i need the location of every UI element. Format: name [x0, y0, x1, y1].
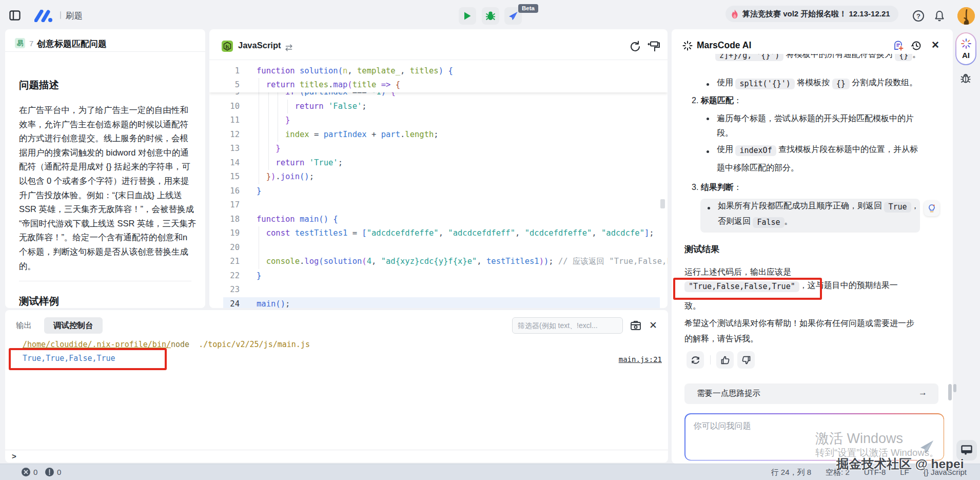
monitor-icon — [961, 445, 972, 455]
inline-code-chip: "True,False,False,True" — [684, 281, 799, 292]
regenerate-button[interactable] — [687, 351, 704, 369]
error-count[interactable]: 0 — [33, 468, 37, 476]
window-scrollbar-thumb[interactable] — [953, 384, 956, 392]
errors-icon — [22, 468, 30, 476]
language-switch-icon[interactable] — [284, 44, 293, 51]
ai-scrolled-row-clip: z]+}/g, '{}') 将模板中的所有通配符替换为 {}。 — [672, 54, 953, 67]
cursor-position[interactable]: 行 24，列 8 — [771, 468, 811, 477]
tab-debug-console[interactable]: 调试控制台 — [44, 317, 103, 334]
contest-banner[interactable]: 算法竞技赛 vol2 开始报名啦！ 12.13-12.21 — [726, 6, 898, 22]
ai-message-row: 遍历每个标题，尝试从标题的开头开始匹配模板中的片 — [717, 111, 953, 126]
console-filter-input[interactable] — [512, 317, 623, 334]
debug-dock-icon[interactable] — [960, 72, 971, 85]
code-line-14[interactable]: 14 return 'True'; — [209, 156, 668, 170]
nodejs-icon — [222, 41, 233, 52]
code-line-5[interactable]: 5 return titles.map(title => { — [209, 78, 668, 92]
paper-plane-icon — [508, 11, 518, 21]
history-icon[interactable] — [911, 40, 922, 51]
tab-output[interactable]: 输出 — [16, 320, 32, 331]
console-output-value: True,True,False,True — [23, 354, 115, 363]
code-line-19[interactable]: 19 const testTitles1 = ["adcdcefdfeffe",… — [209, 226, 668, 241]
bell-icon[interactable] — [933, 10, 946, 22]
ai-step-heading: 2. 标题匹配： — [692, 93, 948, 108]
divider — [19, 281, 191, 281]
code-line-1[interactable]: 1function solution(n, template_, titles)… — [209, 64, 668, 79]
problem-text-line: SSR 英雄，三天集齐无敌阵容！”，会被替换成 — [19, 202, 200, 217]
problem-text-line: 升广告投放体验。例如：“{末日血战} 上线送 — [19, 188, 200, 203]
ai-scrollbar-thumb[interactable] — [948, 384, 952, 400]
ai-message-row: 使用 split('{}') 将模板按 {} 分割成片段数组。 — [717, 78, 953, 89]
help-icon[interactable]: ? — [912, 10, 925, 22]
problem-text-line: 在广告平台中，为了给广告主一定的自由性和 — [19, 103, 200, 118]
language-label: JavaScript — [238, 41, 281, 50]
ai-message-row: 使用 indexOf 查找模板片段在标题中的位置，并从标 — [717, 144, 953, 156]
problem-text-line: 配符（通配符是用成对 {} 括起来的字符串，可 — [19, 160, 200, 174]
problem-number: 7 — [29, 39, 33, 48]
code-line-20[interactable]: 20 — [209, 241, 668, 255]
ai-dock-button[interactable]: AI — [955, 32, 976, 65]
reset-code-icon[interactable] — [629, 41, 641, 53]
code-line-21[interactable]: 21 console.log(solution(4, "ad{xyz}cdc{y… — [209, 255, 668, 269]
code-line-24[interactable]: 24main(); — [223, 297, 660, 309]
problem-text-line: 的。 — [19, 259, 200, 274]
thumbs-up-icon — [720, 355, 730, 365]
code-editor[interactable]: 9 if (partIndex === -1) {10 return 'Fals… — [209, 61, 668, 308]
insight-bulb-button[interactable] — [924, 201, 939, 216]
node-path-link[interactable]: /home/cloudide/.nix-profile/bin/ — [23, 340, 171, 349]
code-line-10[interactable]: 10 return 'False'; — [209, 100, 668, 114]
screenshot-console-icon[interactable] — [630, 320, 641, 331]
arrow-right-icon: → — [918, 388, 927, 398]
close-console-icon[interactable]: ✕ — [648, 320, 658, 331]
inline-code-chip: True — [884, 202, 911, 213]
code-line-15[interactable]: 15 }).join(); — [209, 170, 668, 184]
debug-button[interactable] — [482, 7, 499, 25]
user-avatar[interactable] — [957, 7, 975, 25]
thumbs-down-icon — [741, 355, 751, 365]
thumbs-down-button[interactable] — [737, 351, 755, 369]
console-command-line: /home/cloudide/.nix-profile/bin/node ./t… — [23, 340, 310, 349]
format-code-icon[interactable] — [647, 41, 660, 53]
warning-count[interactable]: 0 — [57, 468, 61, 476]
problem-header: 易 7 创意标题匹配问题 — [5, 29, 205, 52]
product-label: 刷题 — [66, 10, 83, 22]
code-line-17[interactable]: 17 — [209, 198, 668, 213]
community-watermark: 掘金技术社区 @ hepei — [836, 455, 964, 472]
problem-text-line: 个标题，判断这句标题是否从该创意替换生成 — [19, 245, 200, 259]
close-ai-panel-icon[interactable]: ✕ — [930, 39, 940, 51]
console-source-link[interactable]: main.js:21 — [619, 355, 662, 363]
problem-text-line: 效率，允许广告主在创造标题的时候以通配符 — [19, 118, 200, 132]
ai-message-row: 的解释，请告诉我。 — [684, 332, 941, 346]
hint-suggestion-chip[interactable]: 需要一点思路提示 → — [684, 383, 938, 404]
code-line-18[interactable]: 18function main() { — [209, 213, 668, 227]
ai-message-row: 如果所有片段都匹配成功且顺序正确，则返回 True， — [718, 201, 919, 213]
banner-text: 算法竞技赛 vol2 开始报名啦！ 12.13-12.21 — [742, 9, 890, 19]
ai-message-row: 希望这个测试结果对你有帮助！如果你有任何问题或需要进一步 — [684, 316, 941, 331]
fire-icon — [731, 9, 739, 19]
code-line-16[interactable]: 16} — [209, 184, 668, 199]
sticky-code-lines: 1function solution(n, template_, titles)… — [209, 61, 668, 92]
editor-scrollbar-thumb[interactable] — [660, 199, 665, 208]
ai-highlighted-block: 如果所有片段都匹配成功且顺序正确，则返回 True， 否则返回 False。 — [700, 199, 920, 233]
problem-panel: 易 7 创意标题匹配问题 问题描述 在广告平台中，为了给广告主一定的自由性和效率… — [5, 29, 205, 308]
problem-title: 创意标题匹配问题 — [37, 38, 107, 50]
bug-icon — [485, 11, 496, 21]
bullet-dot — [707, 118, 709, 120]
sidebar-toggle-icon[interactable] — [9, 10, 21, 21]
new-chat-icon[interactable] — [893, 40, 904, 51]
console-prompt-arrow[interactable]: > — [12, 452, 16, 460]
top-bar: 刷题 Beta 算法竞技赛 vol2 开始报名啦！ 12.13-12.21 — [0, 0, 980, 29]
bullet-dot — [708, 207, 710, 209]
code-line-12[interactable]: 12 index = partIndex + part.length; — [209, 128, 668, 142]
ai-message-row: 运行上述代码后，输出应该是 — [684, 265, 941, 279]
code-line-22[interactable]: 22} — [209, 269, 668, 283]
ai-step-heading: 3. 结果判断： — [692, 180, 948, 195]
marscode-logo[interactable] — [34, 10, 55, 22]
code-line-13[interactable]: 13 } — [209, 142, 668, 156]
thumbs-up-button[interactable] — [716, 351, 734, 369]
ai-message-row: z]+}/g, '{}') 将模板中的所有通配符替换为 {}。 — [715, 54, 953, 61]
code-line-23[interactable]: 23 — [209, 283, 668, 297]
ai-message-row: 题中移除匹配的部分。 — [717, 161, 953, 175]
run-button[interactable] — [459, 7, 476, 25]
code-line-11[interactable]: 11 } — [209, 113, 668, 128]
samples-heading: 测试样例 — [19, 294, 59, 308]
